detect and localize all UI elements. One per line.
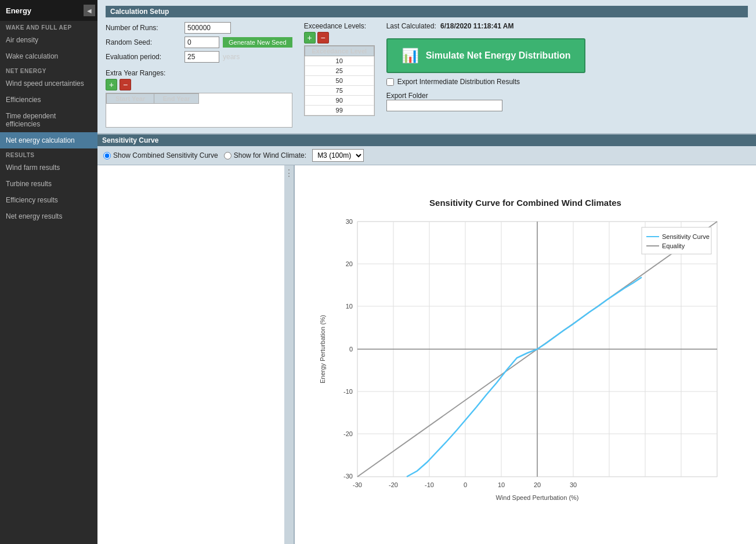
- svg-text:10: 10: [345, 303, 352, 310]
- extra-year-section: Extra Year Ranges: + − Start Year End Ye…: [106, 69, 292, 128]
- sidebar-item-wind-farm-results[interactable]: Wind farm results: [0, 159, 97, 176]
- sidebar-section-results: RESULTS Wind farm results Turbine result…: [0, 148, 97, 224]
- export-folder-row: Export Folder: [386, 92, 586, 111]
- exceedance-panel: Exceedance Levels: + − Exceedance Level …: [304, 22, 375, 128]
- data-table-container: ⋮ Wind Speed Perturbation (%) Energy Per…: [97, 165, 295, 544]
- calculation-setup-panel: Calculation Setup Number of Runs: Random…: [97, 0, 756, 135]
- svg-rect-38: [642, 227, 711, 254]
- export-intermediate-label: Export Intermediate Distribution Results: [397, 78, 520, 86]
- runs-row: Number of Runs:: [106, 22, 292, 34]
- show-combined-radio-label[interactable]: Show Combined Sensitivity Curve: [103, 151, 218, 159]
- extra-year-table: Start Year End Year: [106, 93, 292, 128]
- start-year-col-header: Start Year: [107, 94, 154, 104]
- simulate-label: Simulate Net Energy Distribution: [426, 50, 571, 61]
- export-intermediate-checkbox[interactable]: [386, 78, 394, 86]
- seed-row: Random Seed: Generate New Seed: [106, 37, 292, 48]
- exceedance-cell: 25: [305, 66, 374, 76]
- exceedance-btns: + −: [304, 32, 375, 43]
- remove-exceedance-button[interactable]: −: [317, 32, 329, 43]
- show-wind-radio-label[interactable]: Show for Wind Climate:: [224, 151, 306, 159]
- right-panel: Last Calculated: 6/18/2020 11:18:41 AM 📊…: [386, 22, 586, 128]
- sidebar-item-turbine-results[interactable]: Turbine results: [0, 176, 97, 192]
- exceedance-cell: 75: [305, 86, 374, 96]
- sidebar-header: Energy ◀: [0, 0, 97, 21]
- remove-year-range-button[interactable]: −: [120, 79, 131, 90]
- sensitivity-section: Sensitivity Curve Show Combined Sensitiv…: [97, 135, 756, 544]
- svg-text:-20: -20: [343, 430, 353, 437]
- sensitivity-chart: 30 20 10 0 -10 -20 -30 -30 -20 -10 0 10 …: [317, 210, 735, 512]
- sidebar-item-time-dependent-efficiencies[interactable]: Time dependent efficiencies: [0, 108, 97, 132]
- sensitivity-controls: Show Combined Sensitivity Curve Show for…: [97, 146, 756, 165]
- sidebar-item-net-energy-results[interactable]: Net energy results: [0, 208, 97, 224]
- show-combined-radio[interactable]: [103, 152, 111, 159]
- runs-input[interactable]: [185, 22, 231, 34]
- export-folder-label: Export Folder: [386, 92, 586, 100]
- svg-text:10: 10: [497, 481, 504, 488]
- section-label-wake: WAKE AND FULL AEP: [0, 21, 97, 32]
- last-calc-value: 6/18/2020 11:18:41 AM: [440, 22, 513, 30]
- eval-period-row: Evaluation period: years: [106, 51, 292, 63]
- sidebar-item-efficiency-results[interactable]: Efficiency results: [0, 192, 97, 208]
- svg-text:20: 20: [533, 481, 540, 488]
- svg-text:-30: -30: [343, 473, 353, 480]
- svg-text:Sensitivity Curve: Sensitivity Curve: [662, 233, 710, 240]
- runs-label: Number of Runs:: [106, 24, 181, 32]
- table-scrollbar[interactable]: ⋮: [284, 165, 294, 544]
- exceedance-cell: 50: [305, 76, 374, 86]
- chart-area: Sensitivity Curve for Combined Wind Clim…: [295, 165, 756, 544]
- svg-text:-20: -20: [389, 481, 398, 488]
- svg-text:-10: -10: [343, 388, 353, 395]
- show-wind-radio[interactable]: [224, 152, 231, 159]
- svg-text:30: 30: [569, 481, 576, 488]
- exceedance-label: Exceedance Levels:: [304, 22, 375, 30]
- seed-input[interactable]: [185, 37, 219, 48]
- eval-period-label: Evaluation period:: [106, 53, 181, 61]
- sidebar: Energy ◀ WAKE AND FULL AEP Air density W…: [0, 0, 97, 544]
- show-combined-label: Show Combined Sensitivity Curve: [113, 151, 218, 159]
- sensitivity-title: Sensitivity Curve: [97, 135, 756, 146]
- last-calc-label: Last Calculated:: [386, 22, 436, 30]
- calc-setup-title: Calculation Setup: [106, 6, 748, 17]
- export-intermediate-row: Export Intermediate Distribution Results: [386, 78, 586, 86]
- sidebar-title: Energy: [6, 6, 31, 15]
- sidebar-section-net-energy: NET ENERGY Wind speed uncertainties Effi…: [0, 64, 97, 148]
- sidebar-item-air-density[interactable]: Air density: [0, 32, 97, 48]
- generate-seed-button[interactable]: Generate New Seed: [223, 37, 292, 48]
- svg-text:Equality: Equality: [662, 242, 685, 249]
- simulate-icon: 📊: [401, 48, 419, 64]
- svg-text:-10: -10: [425, 481, 434, 488]
- exceedance-cell: 10: [305, 56, 374, 66]
- sidebar-item-efficiencies[interactable]: Efficiencies: [0, 92, 97, 108]
- section-label-net-energy: NET ENERGY: [0, 64, 97, 75]
- setup-form-left: Number of Runs: Random Seed: Generate Ne…: [106, 22, 292, 128]
- add-year-range-button[interactable]: +: [106, 79, 117, 90]
- sidebar-item-wind-speed-uncertainties[interactable]: Wind speed uncertainties: [0, 75, 97, 92]
- exceedance-col-header: Exceedance Level: [305, 46, 374, 56]
- add-exceedance-button[interactable]: +: [304, 32, 316, 43]
- sensitivity-body: ⋮ Wind Speed Perturbation (%) Energy Per…: [97, 165, 756, 544]
- wind-climate-select[interactable]: M3 (100m)M1 (80m)M2 (100m): [312, 149, 364, 162]
- end-year-col-header: End Year: [154, 94, 199, 104]
- svg-text:0: 0: [463, 481, 466, 488]
- last-calculated-row: Last Calculated: 6/18/2020 11:18:41 AM: [386, 22, 586, 30]
- svg-text:Wind Speed Perturbation (%): Wind Speed Perturbation (%): [495, 494, 578, 501]
- sidebar-section-wake: WAKE AND FULL AEP Air density Wake calcu…: [0, 21, 97, 64]
- simulate-button[interactable]: 📊 Simulate Net Energy Distribution: [386, 38, 586, 73]
- sidebar-item-net-energy-calculation[interactable]: Net energy calculation: [0, 132, 97, 148]
- eval-period-unit: years: [223, 53, 240, 61]
- main-panel: Calculation Setup Number of Runs: Random…: [97, 0, 756, 544]
- export-folder-input[interactable]: [386, 100, 502, 111]
- svg-text:-30: -30: [353, 481, 362, 488]
- svg-text:Energy Perturbation (%): Energy Perturbation (%): [319, 315, 326, 383]
- svg-text:30: 30: [345, 218, 352, 225]
- exceedance-table: Exceedance Level 102550759099: [304, 45, 375, 116]
- extra-year-label: Extra Year Ranges:: [106, 69, 292, 77]
- section-label-results: RESULTS: [0, 148, 97, 159]
- chart-title: Sensitivity Curve for Combined Wind Clim…: [429, 198, 621, 208]
- exceedance-cell: 99: [305, 106, 374, 115]
- sidebar-collapse-button[interactable]: ◀: [84, 5, 95, 16]
- svg-text:0: 0: [349, 346, 352, 353]
- sidebar-item-wake-calculation[interactable]: Wake calculation: [0, 48, 97, 64]
- show-wind-label: Show for Wind Climate:: [234, 151, 306, 159]
- eval-period-input[interactable]: [185, 51, 219, 63]
